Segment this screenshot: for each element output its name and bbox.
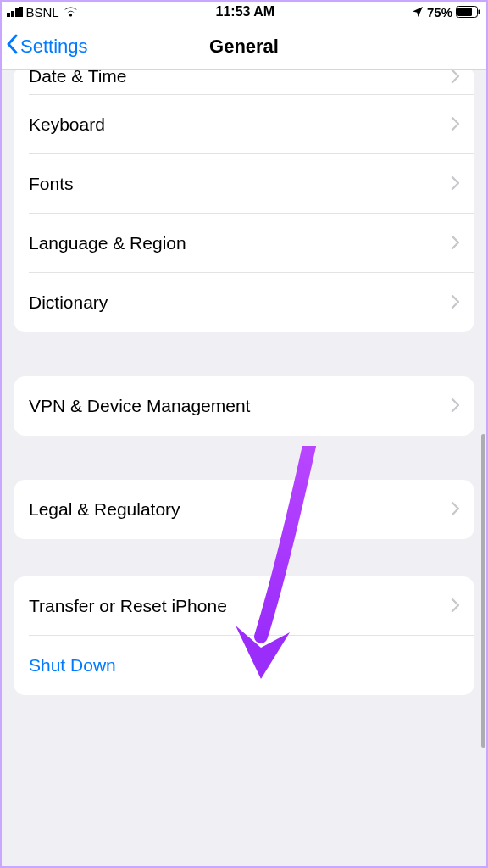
chevron-right-icon xyxy=(451,292,459,314)
status-right: 75% xyxy=(412,5,481,19)
scrollbar-thumb[interactable] xyxy=(481,434,485,748)
row-label: Transfer or Reset iPhone xyxy=(29,596,451,616)
chevron-right-icon xyxy=(451,498,459,520)
row-label: Date & Time xyxy=(29,70,451,86)
status-left: BSNL xyxy=(7,5,79,19)
battery-icon xyxy=(456,6,481,18)
back-button[interactable]: Settings xyxy=(0,34,88,59)
row-language-region[interactable]: Language & Region xyxy=(14,214,474,273)
back-label: Settings xyxy=(20,36,88,58)
chevron-right-icon xyxy=(451,70,459,88)
group-spacer xyxy=(14,539,474,576)
row-legal-regulatory[interactable]: Legal & Regulatory xyxy=(14,480,474,539)
group-spacer xyxy=(14,436,474,480)
chevron-left-icon xyxy=(5,34,19,59)
svg-rect-1 xyxy=(458,8,472,16)
settings-group: Transfer or Reset iPhone Shut Down xyxy=(14,576,474,695)
battery-percent: 75% xyxy=(427,5,452,19)
row-keyboard[interactable]: Keyboard xyxy=(14,95,474,154)
settings-group: Legal & Regulatory xyxy=(14,480,474,539)
row-label: Legal & Regulatory xyxy=(29,499,451,520)
row-label: Language & Region xyxy=(29,233,451,253)
chevron-right-icon xyxy=(451,395,459,417)
carrier-label: BSNL xyxy=(26,5,59,19)
row-fonts[interactable]: Fonts xyxy=(14,154,474,214)
location-icon xyxy=(412,6,424,18)
chevron-right-icon xyxy=(451,114,459,136)
nav-bar: Settings General xyxy=(0,24,488,70)
chevron-right-icon xyxy=(451,232,459,254)
svg-rect-2 xyxy=(479,10,481,14)
wifi-icon xyxy=(63,6,79,18)
row-label: Shut Down xyxy=(29,655,459,676)
settings-group: VPN & Device Management xyxy=(14,376,474,436)
row-date-time[interactable]: Date & Time xyxy=(14,70,474,95)
cellular-signal-icon xyxy=(7,7,23,18)
row-transfer-reset[interactable]: Transfer or Reset iPhone xyxy=(14,576,474,636)
row-vpn-device-mgmt[interactable]: VPN & Device Management xyxy=(14,376,474,436)
row-dictionary[interactable]: Dictionary xyxy=(14,273,474,332)
row-shut-down[interactable]: Shut Down xyxy=(14,636,474,695)
settings-group: Date & Time Keyboard Fonts Language & Re… xyxy=(14,70,474,332)
chevron-right-icon xyxy=(451,173,459,195)
row-label: Dictionary xyxy=(29,292,451,313)
content-scroll[interactable]: Date & Time Keyboard Fonts Language & Re… xyxy=(0,70,488,868)
chevron-right-icon xyxy=(451,595,459,617)
status-bar: BSNL 11:53 AM 75% xyxy=(0,0,488,24)
row-label: VPN & Device Management xyxy=(29,396,451,416)
clock-time: 11:53 AM xyxy=(216,4,275,19)
row-label: Fonts xyxy=(29,174,451,194)
group-spacer xyxy=(14,332,474,376)
row-label: Keyboard xyxy=(29,114,451,135)
